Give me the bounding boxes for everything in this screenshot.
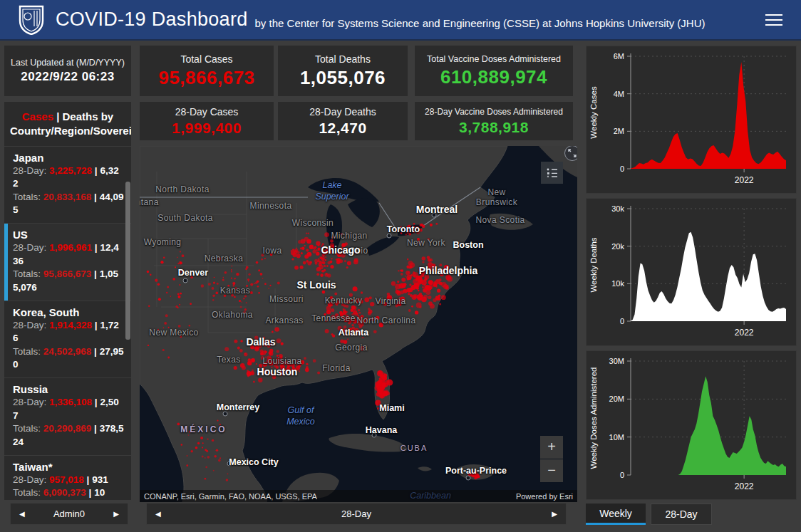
day28-vaccine-value: 3,788,918: [459, 119, 529, 136]
admin-level-label: Admin0: [11, 508, 128, 519]
total-cases-panel: Total Cases 95,866,673: [140, 46, 274, 96]
attribution-sources: CONANP, Esri, Garmin, FAO, NOAA, USGS, E…: [144, 492, 317, 501]
day28-cases-value: 1,999,400: [172, 120, 242, 137]
country-28day-line: 28-Day: 1,914,328 | 1,726: [13, 319, 124, 345]
list-item-us[interactable]: US28-Day: 1,996,961 | 12,436Totals: 95,8…: [4, 223, 131, 301]
legend-icon[interactable]: [541, 162, 563, 184]
menu-icon[interactable]: [765, 14, 782, 26]
svg-text:0: 0: [620, 471, 624, 479]
country-name: Taiwan*: [13, 461, 124, 473]
country-name: Japan: [13, 152, 124, 164]
admin-level-pager: ◀ Admin0 ▶: [10, 503, 128, 525]
app-header: COVID-19 Dashboard by the Center for Sys…: [0, 0, 801, 41]
country-totals-line: Totals: 24,502,968 | 27,950: [13, 345, 124, 372]
total-cases-value: 95,866,673: [158, 67, 254, 89]
last-updated-panel: Last Updated at (M/D/YYYY) 2022/9/22 06:…: [4, 46, 131, 96]
weekly-doses-chart: 010M20M30M2022Weekly Doses Administered: [586, 350, 797, 500]
country-list-header-cases: Cases: [22, 110, 53, 122]
svg-text:4M: 4M: [614, 90, 624, 98]
svg-text:20M: 20M: [609, 395, 624, 403]
country-28day-line: 28-Day: 3,225,728 | 6,322: [13, 165, 124, 191]
svg-text:10k: 10k: [611, 279, 624, 288]
svg-text:30k: 30k: [611, 204, 624, 213]
day28-cases-label: 28-Day Cases: [175, 106, 239, 118]
chart-canvas: 02M4M6M2022Weekly Cases: [586, 46, 796, 193]
country-list: Japan28-Day: 3,225,728 | 6,322Totals: 20…: [4, 146, 131, 501]
day28-deaths-value: 12,470: [319, 120, 366, 137]
country-totals-line: Totals: 6,090,373 | 10: [13, 486, 124, 500]
list-item-japan[interactable]: Japan28-Day: 3,225,728 | 6,322Totals: 20…: [4, 146, 131, 224]
svg-text:10M: 10M: [609, 433, 624, 442]
total-vaccine-panel: Total Vaccine Doses Administered 610,889…: [415, 46, 573, 96]
map-attribution: CONANP, Esri, Garmin, FAO, NOAA, USGS, E…: [140, 490, 577, 502]
pager-right-icon[interactable]: ▶: [113, 510, 119, 518]
weekly-deaths-chart: 010k20k30k2022Weekly Deaths: [586, 198, 797, 346]
country-list-header: Cases | Deaths by Country/Region/Soverei…: [4, 102, 131, 146]
country-totals-line: Totals: 95,866,673 | 1,055,076: [13, 268, 124, 294]
page-title: COVID-19 Dashboard: [56, 9, 248, 31]
total-deaths-value: 1,055,076: [300, 67, 386, 89]
day28-deaths-panel: 28-Day Deaths 12,470: [278, 102, 408, 140]
pager-left-icon[interactable]: ◀: [155, 510, 161, 518]
map[interactable]: MontanaNorth DakotaSouth DakotaMinnesota…: [140, 146, 577, 502]
svg-text:30M: 30M: [609, 357, 624, 365]
country-name: US: [13, 229, 124, 241]
pager-right-icon[interactable]: ▶: [552, 510, 557, 518]
country-list-panel: Cases | Deaths by Country/Region/Soverei…: [4, 102, 131, 500]
map-canvas: [140, 146, 577, 502]
svg-text:Weekly Deaths: Weekly Deaths: [589, 237, 598, 292]
tab-weekly[interactable]: Weekly: [586, 504, 646, 525]
svg-text:Weekly Cases: Weekly Cases: [589, 86, 598, 139]
total-deaths-label: Total Deaths: [315, 53, 371, 65]
country-28day-line: 28-Day: 957,018 | 931: [13, 474, 124, 487]
country-totals-line: Totals: 20,290,869 | 378,524: [13, 422, 124, 449]
total-cases-label: Total Cases: [180, 53, 232, 65]
last-updated-label: Last Updated at (M/D/YYYY): [11, 58, 125, 68]
svg-text:0: 0: [620, 317, 624, 325]
map-period-pager: ◀ 28-Day ▶: [146, 503, 567, 525]
map-period-label: 28-Day: [147, 508, 566, 519]
list-item-russia[interactable]: Russia28-Day: 1,336,108 | 2,507Totals: 2…: [4, 377, 131, 455]
jhu-shield-logo: [19, 5, 44, 35]
zoom-out-button[interactable]: −: [540, 459, 563, 482]
svg-text:2022: 2022: [735, 175, 754, 185]
chart-canvas: 010k20k30k2022Weekly Deaths: [586, 199, 796, 345]
chart-canvas: 010M20M30M2022Weekly Doses Administered: [586, 351, 796, 499]
total-vaccine-value: 610,889,974: [440, 66, 547, 88]
country-name: Russia: [13, 383, 124, 395]
day28-cases-panel: 28-Day Cases 1,999,400: [140, 102, 274, 140]
svg-text:2022: 2022: [735, 328, 754, 338]
day28-vaccine-panel: 28-Day Vaccine Doses Administered 3,788,…: [415, 102, 573, 140]
total-deaths-panel: Total Deaths 1,055,076: [278, 46, 408, 96]
svg-text:2022: 2022: [735, 481, 754, 491]
tab-28-day[interactable]: 28-Day: [651, 504, 712, 525]
country-totals-line: Totals: 20,833,168 | 44,095: [13, 191, 124, 217]
list-item-taiwan-[interactable]: Taiwan*28-Day: 957,018 | 931Totals: 6,09…: [4, 455, 131, 501]
svg-text:0: 0: [620, 165, 624, 173]
country-28day-line: 28-Day: 1,336,108 | 2,507: [13, 396, 124, 422]
svg-text:2M: 2M: [614, 127, 624, 135]
page-subtitle: by the Center for Systems Science and En…: [255, 17, 706, 29]
zoom-in-button[interactable]: +: [540, 436, 563, 459]
pager-left-icon[interactable]: ◀: [19, 510, 25, 518]
total-vaccine-label: Total Vaccine Doses Administered: [427, 54, 561, 64]
svg-text:Weekly Doses Administered: Weekly Doses Administered: [589, 367, 598, 469]
weekly-cases-chart: 02M4M6M2022Weekly Cases: [586, 46, 797, 194]
country-28day-line: 28-Day: 1,996,961 | 12,436: [13, 241, 124, 268]
map-zoom-controls: + −: [540, 436, 563, 483]
country-list-scrollbar[interactable]: [125, 182, 130, 340]
svg-text:6M: 6M: [614, 52, 624, 61]
expand-map-icon[interactable]: [564, 146, 577, 161]
powered-by-esri[interactable]: Powered by Esri: [516, 492, 573, 501]
last-updated-value: 2022/9/22 06:23: [21, 70, 114, 84]
list-item-korea-south[interactable]: Korea, South28-Day: 1,914,328 | 1,726Tot…: [4, 301, 131, 378]
day28-deaths-label: 28-Day Deaths: [309, 106, 376, 118]
svg-text:20k: 20k: [611, 242, 624, 251]
country-name: Korea, South: [13, 306, 124, 318]
day28-vaccine-label: 28-Day Vaccine Doses Administered: [425, 107, 563, 117]
